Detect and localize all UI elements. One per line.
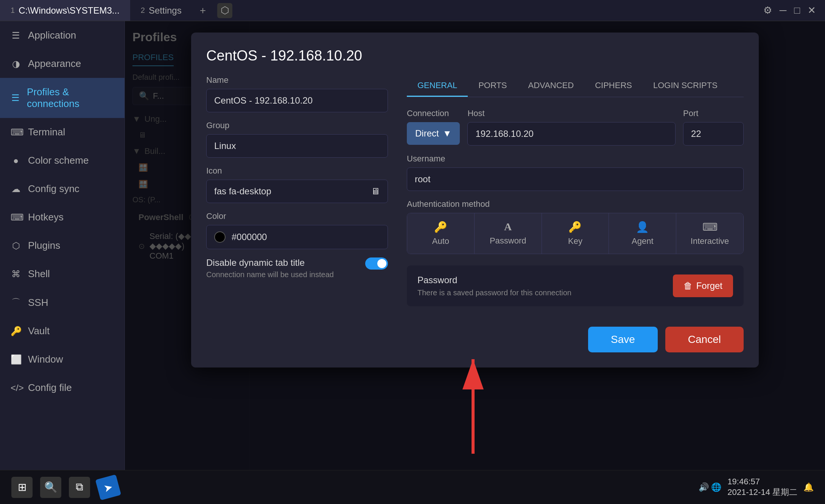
group-input[interactable]: Linux xyxy=(206,134,388,158)
host-input[interactable] xyxy=(467,122,676,146)
sidebar-item-application[interactable]: ☰ Application xyxy=(0,21,125,50)
clock-time: 19:46:57 xyxy=(727,477,797,487)
sys-tray-icons: 🔊 🌐 xyxy=(699,482,721,492)
plugins-icon: ⬡ xyxy=(11,240,21,251)
toggle-desc: Connection name will be used instead xyxy=(206,270,358,279)
username-label: Username xyxy=(407,154,744,164)
tab-settings[interactable]: 2 Settings xyxy=(130,0,192,21)
main-content: Profiles PROFILES Default profi... 🔍 F..… xyxy=(125,21,825,470)
application-icon: ☰ xyxy=(11,30,21,41)
save-button[interactable]: Save xyxy=(588,327,658,352)
sidebar-item-profiles[interactable]: ☰ Profiles & connections xyxy=(0,78,125,118)
sidebar-item-hotkeys[interactable]: ⌨ Hotkeys xyxy=(0,203,125,231)
modal-right-panel: GENERAL PORTS ADVANCED CIPHERS LOGIN SCR… xyxy=(407,75,744,315)
auth-btn-interactive[interactable]: ⌨ Interactive xyxy=(676,213,743,254)
sidebar-item-vault[interactable]: 🔑 Vault xyxy=(0,317,125,345)
password-label: Password xyxy=(417,275,571,285)
forget-button[interactable]: 🗑 Forget xyxy=(673,274,733,297)
toggle-title: Disable dynamic tab title xyxy=(206,257,358,268)
sidebar-item-shell[interactable]: ⌘ Shell xyxy=(0,260,125,288)
color-input[interactable]: #000000 xyxy=(206,225,388,249)
auth-btn-agent[interactable]: 👤 Agent xyxy=(609,213,676,254)
taskbar-bottom: ⊞ 🔍 ⧉ ➤ 🔊 🌐 19:46:57 2021-12-14 星期二 🔔 xyxy=(0,470,825,504)
connection-label: Connection xyxy=(407,109,460,118)
agent-icon: 👤 xyxy=(636,221,649,233)
icon-label: Icon xyxy=(206,166,388,176)
auto-icon: 🔑 xyxy=(434,221,447,233)
auth-btn-password[interactable]: A Password xyxy=(475,213,542,254)
interactive-icon: ⌨ xyxy=(702,221,718,233)
configfile-icon: </> xyxy=(11,383,21,393)
modal-body: Name CentOS - 192.168.10.20 Group Linux … xyxy=(206,75,744,315)
key-icon: 🔑 xyxy=(568,221,582,233)
disable-tab-title-row: Disable dynamic tab title Connection nam… xyxy=(206,257,388,279)
name-input[interactable]: CentOS - 192.168.10.20 xyxy=(206,89,388,112)
password-icon: A xyxy=(504,221,512,233)
sidebar-item-terminal[interactable]: ⌨ Terminal xyxy=(0,118,125,146)
password-desc: There is a saved password for this conne… xyxy=(417,288,571,297)
terminal-icon: ⌨ xyxy=(11,127,21,138)
clock-date: 2021-12-14 星期二 xyxy=(727,487,797,498)
sidebar-item-configsync[interactable]: ☁ Config sync xyxy=(0,175,125,203)
icon-input[interactable]: fas fa-desktop 🖥 xyxy=(206,180,388,203)
auth-btn-auto[interactable]: 🔑 Auto xyxy=(407,213,475,254)
tab-ciphers[interactable]: CIPHERS xyxy=(584,75,643,97)
tab-advanced[interactable]: ADVANCED xyxy=(518,75,585,97)
window-icon: ⬜ xyxy=(11,354,21,365)
sidebar-item-appearance[interactable]: ◑ Appearance xyxy=(0,50,125,78)
toggle-knob xyxy=(377,259,386,268)
modal-overlay: CentOS - 192.168.10.20 Name CentOS - 192… xyxy=(125,21,825,470)
new-tab-button[interactable]: + xyxy=(192,5,213,17)
close-icon[interactable]: ✕ xyxy=(808,5,816,16)
modal-dialog: CentOS - 192.168.10.20 Name CentOS - 192… xyxy=(191,33,759,368)
connection-dropdown[interactable]: Direct ▼ xyxy=(407,122,460,145)
vault-icon: 🔑 xyxy=(11,326,21,337)
windows-start-button[interactable]: ⊞ xyxy=(11,477,33,498)
sidebar-item-window[interactable]: ⬜ Window xyxy=(0,345,125,374)
taskbar-top: 1 C:\Windows\SYSTEM3... 2 Settings + ⬡ ⚙… xyxy=(0,0,825,21)
profiles-icon: ☰ xyxy=(11,93,20,103)
port-input[interactable] xyxy=(683,122,744,146)
auth-methods: 🔑 Auto A Password 🔑 Key 👤 xyxy=(407,213,744,254)
ssh-icon: ⌒ xyxy=(11,296,21,309)
cancel-button[interactable]: Cancel xyxy=(665,327,744,352)
minimize-icon[interactable]: ─ xyxy=(780,5,786,16)
sidebar-item-colorscheme[interactable]: ● Color scheme xyxy=(0,146,125,175)
tab-general[interactable]: GENERAL xyxy=(407,75,468,97)
tab-menu-icon[interactable]: ⬡ xyxy=(217,3,232,18)
app-icon[interactable]: ➤ xyxy=(95,474,121,500)
sidebar-item-configfile[interactable]: </> Config file xyxy=(0,374,125,402)
window-controls: ⚙ ─ □ ✕ xyxy=(763,5,825,16)
sidebar-item-ssh[interactable]: ⌒ SSH xyxy=(0,288,125,317)
connection-row: Connection Direct ▼ Host Port xyxy=(407,109,744,146)
settings-icon[interactable]: ⚙ xyxy=(763,5,772,16)
port-label: Port xyxy=(683,109,744,118)
sidebar-item-plugins[interactable]: ⬡ Plugins xyxy=(0,231,125,260)
modal-tabs: GENERAL PORTS ADVANCED CIPHERS LOGIN SCR… xyxy=(407,75,744,97)
configsync-icon: ☁ xyxy=(11,184,21,194)
group-label: Group xyxy=(206,121,388,130)
color-label: Color xyxy=(206,211,388,221)
notification-icon[interactable]: 🔔 xyxy=(803,482,814,492)
username-input[interactable]: root xyxy=(407,167,744,191)
tab-login-scripts[interactable]: LOGIN SCRIPTS xyxy=(643,75,728,97)
task-view-button[interactable]: ⧉ xyxy=(69,477,90,498)
auth-btn-key[interactable]: 🔑 Key xyxy=(542,213,609,254)
modal-title: CentOS - 192.168.10.20 xyxy=(206,48,744,64)
colorscheme-icon: ● xyxy=(11,155,21,166)
icon-symbol: 🖥 xyxy=(371,186,380,197)
search-button[interactable]: 🔍 xyxy=(40,477,61,498)
tab-terminal[interactable]: 1 C:\Windows\SYSTEM3... xyxy=(0,0,130,21)
modal-left-panel: Name CentOS - 192.168.10.20 Group Linux … xyxy=(206,75,388,315)
hotkeys-icon: ⌨ xyxy=(11,212,21,223)
tab-ports[interactable]: PORTS xyxy=(468,75,517,97)
modal-footer: Save Cancel xyxy=(206,327,744,352)
sidebar: ☰ Application ◑ Appearance ☰ Profiles & … xyxy=(0,21,125,470)
color-swatch xyxy=(214,231,226,243)
maximize-icon[interactable]: □ xyxy=(794,5,800,16)
toggle-switch[interactable] xyxy=(365,257,388,270)
trash-icon: 🗑 xyxy=(683,281,693,291)
appearance-icon: ◑ xyxy=(11,59,21,69)
shell-icon: ⌘ xyxy=(11,269,21,279)
password-section: Password There is a saved password for t… xyxy=(407,265,744,306)
